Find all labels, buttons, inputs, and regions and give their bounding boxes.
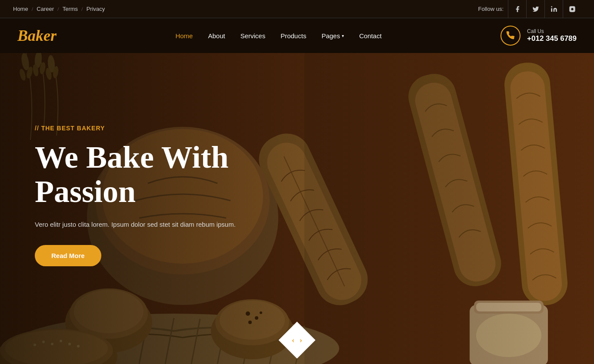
hero-section: // THE BEST BAKERY We Bake With Passion …	[0, 53, 594, 364]
separator-2: /	[57, 6, 59, 13]
instagram-icon[interactable]	[563, 0, 581, 18]
topbar-privacy-link[interactable]: Privacy	[87, 6, 105, 12]
nav-home[interactable]: Home	[175, 32, 193, 40]
topbar-right: Follow us:	[478, 0, 581, 18]
svg-point-0	[551, 6, 552, 7]
hero-title: We Bake With Passion	[35, 140, 296, 209]
chevron-down-icon: ▾	[342, 33, 344, 38]
phone-button[interactable]	[501, 26, 521, 46]
hero-content: // THE BEST BAKERY We Bake With Passion …	[0, 53, 594, 364]
nav-about[interactable]: About	[208, 32, 225, 40]
next-slide-button[interactable]: ›	[300, 336, 302, 345]
nav-pages-dropdown[interactable]: Pages ▾	[321, 32, 344, 40]
call-label: Call Us	[527, 28, 577, 34]
twitter-icon[interactable]	[526, 0, 544, 18]
nav-products[interactable]: Products	[280, 32, 306, 40]
logo[interactable]: Baker	[17, 26, 57, 45]
hero-description: Vero elitr justo clita lorem. Ipsum dolo…	[35, 220, 287, 230]
linkedin-icon[interactable]	[544, 0, 563, 18]
hero-slider-nav: ‹ ›	[282, 325, 312, 355]
nav-pages-label: Pages	[321, 32, 340, 40]
separator-1: /	[32, 6, 33, 13]
facebook-icon[interactable]	[508, 0, 526, 18]
topbar-career-link[interactable]: Career	[37, 6, 54, 12]
call-info: Call Us +012 345 6789	[527, 28, 577, 43]
header: Baker Home About Services Products Pages…	[0, 18, 594, 53]
call-number: +012 345 6789	[527, 34, 577, 43]
nav-services[interactable]: Services	[240, 32, 266, 40]
header-right: Call Us +012 345 6789	[501, 26, 577, 46]
prev-slide-button[interactable]: ‹	[292, 336, 294, 345]
read-more-button[interactable]: Read More	[35, 245, 101, 266]
topbar-links: Home / Career / Terms / Privacy	[13, 6, 105, 13]
topbar-terms-link[interactable]: Terms	[63, 6, 78, 12]
nav-contact[interactable]: Contact	[359, 32, 382, 40]
follow-label: Follow us:	[478, 6, 504, 12]
topbar-home-link[interactable]: Home	[13, 6, 28, 12]
main-nav: Home About Services Products Pages ▾ Con…	[175, 32, 381, 40]
topbar: Home / Career / Terms / Privacy Follow u…	[0, 0, 594, 18]
hero-subtitle: // THE BEST BAKERY	[35, 125, 559, 132]
separator-3: /	[81, 6, 83, 13]
